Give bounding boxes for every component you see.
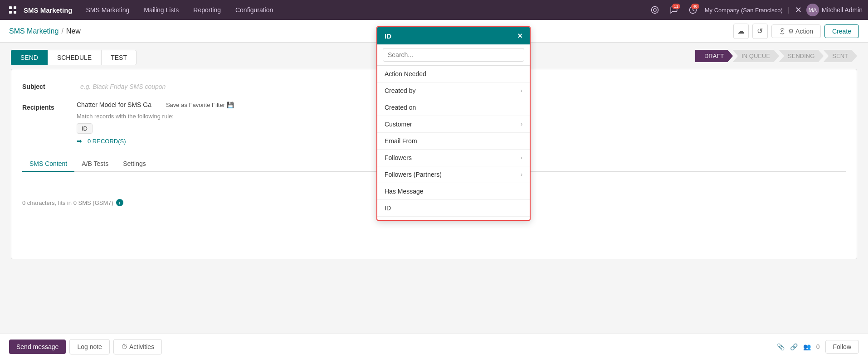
breadcrumb-current: New — [66, 27, 81, 35]
tab-test[interactable]: TEST — [101, 50, 137, 65]
activity-badge: 40 — [691, 4, 699, 9]
dropdown-item[interactable]: Created by› — [377, 82, 530, 99]
subject-label: Subject — [22, 80, 77, 90]
dropdown-search-input[interactable] — [383, 48, 524, 62]
cloud-upload-button[interactable]: ☁ — [733, 24, 749, 39]
rule-tag[interactable]: ID — [77, 123, 93, 134]
support-icon[interactable] — [648, 3, 662, 17]
company-name: My Company (San Francisco) — [705, 7, 789, 14]
tab-schedule[interactable]: SCHEDULE — [48, 50, 101, 65]
status-bar: DRAFT IN QUEUE SENDING SENT — [696, 50, 857, 62]
save-favorite-label: Save as Favorite Filter — [166, 102, 225, 108]
chevron-right-icon: › — [521, 87, 522, 94]
dropdown-item-label: Action Needed — [385, 70, 426, 78]
dropdown-item-label: ID — [385, 204, 391, 212]
dropdown-item[interactable]: Created on — [377, 99, 530, 116]
dropdown-item[interactable]: Followers› — [377, 150, 530, 166]
dropdown-item-label: Email From — [385, 137, 417, 145]
menu-sms-marketing[interactable]: SMS Marketing — [83, 5, 132, 15]
dropdown-item[interactable]: Email From — [377, 133, 530, 150]
svg-rect-1 — [14, 6, 16, 9]
char-count-text: 0 characters, fits in 0 SMS (GSM7) — [22, 199, 113, 206]
save-icon: 💾 — [227, 102, 234, 108]
svg-rect-0 — [9, 6, 12, 9]
chevron-right-icon: › — [521, 155, 522, 161]
svg-point-7 — [781, 30, 783, 32]
id-filter-dropdown: ID × Action NeededCreated by›Created onC… — [376, 26, 531, 221]
breadcrumb-parent[interactable]: SMS Marketing — [9, 27, 59, 35]
recipients-label: Recipients — [22, 101, 77, 111]
menu-mailing-lists[interactable]: Mailing Lists — [141, 5, 181, 15]
top-nav-menu: SMS Marketing Mailing Lists Reporting Co… — [83, 5, 648, 15]
svg-rect-3 — [14, 11, 16, 14]
menu-reporting[interactable]: Reporting — [190, 5, 224, 15]
dropdown-item-label: Created on — [385, 104, 416, 111]
tab-send[interactable]: SEND — [11, 50, 48, 65]
status-sent[interactable]: SENT — [823, 50, 857, 62]
clock-icon[interactable]: 40 — [686, 3, 700, 17]
top-nav-bar: SMS Marketing SMS Marketing Mailing List… — [0, 0, 868, 20]
svg-point-4 — [651, 7, 658, 14]
tab-ab-tests[interactable]: A/B Tests — [74, 156, 116, 172]
user-menu[interactable]: MA Mitchell Admin — [806, 4, 863, 16]
dropdown-list: Action NeededCreated by›Created onCustom… — [377, 66, 530, 220]
dropdown-item[interactable]: ID — [377, 200, 530, 217]
dropdown-item-label: Has Message — [385, 188, 424, 195]
dropdown-header: ID × — [377, 27, 530, 44]
dropdown-item-label: Customer — [385, 121, 412, 128]
chevron-right-icon: › — [521, 171, 522, 178]
svg-rect-2 — [9, 11, 12, 14]
record-count-link[interactable]: 0 RECORD(S) — [88, 138, 126, 145]
create-button[interactable]: Create — [824, 24, 859, 38]
tab-settings[interactable]: Settings — [116, 156, 153, 172]
action-button[interactable]: ⚙ Action — [771, 24, 821, 38]
action-button-label: ⚙ Action — [788, 28, 813, 35]
dropdown-item[interactable]: Customer› — [377, 116, 530, 133]
chevron-right-icon: › — [521, 121, 522, 127]
dropdown-search-container — [377, 44, 530, 66]
breadcrumb: SMS Marketing / New — [9, 27, 726, 35]
dropdown-item-label: Followers (Partners) — [385, 171, 442, 178]
status-draft[interactable]: DRAFT — [695, 50, 733, 62]
refresh-button[interactable]: ↺ — [752, 24, 768, 39]
user-name: Mitchell Admin — [822, 6, 863, 14]
dropdown-item-label: Followers — [385, 154, 412, 161]
avatar: MA — [806, 4, 819, 16]
status-sending[interactable]: SENDING — [779, 50, 824, 62]
dropdown-close-button[interactable]: × — [517, 32, 522, 40]
dropdown-item[interactable]: Is Follower — [377, 217, 530, 220]
dropdown-item[interactable]: Followers (Partners)› — [377, 166, 530, 183]
grid-icon[interactable] — [5, 3, 20, 17]
dropdown-title: ID — [385, 32, 391, 40]
recipients-value[interactable]: Chatter Model for SMS Ga — [77, 101, 151, 108]
dropdown-item-label: Created by — [385, 87, 415, 94]
tab-sms-content[interactable]: SMS Content — [22, 156, 74, 172]
settings-icon[interactable]: ✕ — [795, 5, 802, 15]
dropdown-item[interactable]: Has Message — [377, 183, 530, 200]
info-icon[interactable]: i — [116, 199, 123, 206]
chat-icon[interactable]: 11 — [667, 3, 681, 17]
breadcrumb-separator: / — [61, 27, 63, 35]
chat-badge: 11 — [672, 4, 680, 9]
status-in-queue[interactable]: IN QUEUE — [732, 50, 779, 62]
svg-point-5 — [653, 9, 656, 11]
dropdown-item[interactable]: Action Needed — [377, 66, 530, 82]
header-actions: ☁ ↺ ⚙ Action Create — [733, 24, 859, 39]
top-nav-right: 11 40 My Company (San Francisco) ✕ MA Mi… — [648, 3, 863, 17]
save-favorite-filter-button[interactable]: Save as Favorite Filter 💾 — [166, 102, 234, 108]
menu-configuration[interactable]: Configuration — [233, 5, 276, 15]
app-name: SMS Marketing — [24, 6, 73, 14]
